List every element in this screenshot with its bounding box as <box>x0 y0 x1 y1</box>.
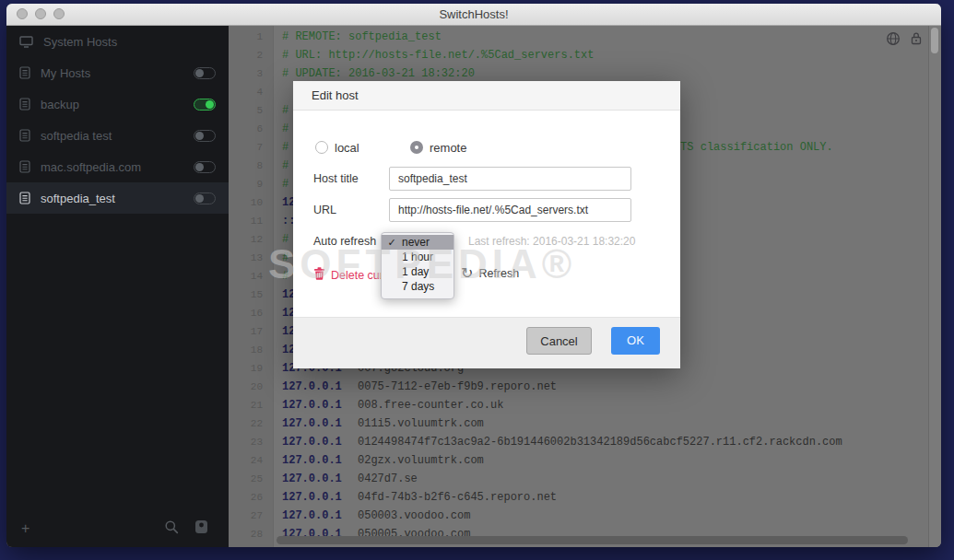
code-line: 27 127.0.0.1050003.voodoo.com <box>229 507 929 525</box>
sidebar-item-label: My Hosts <box>41 66 90 80</box>
line-text <box>273 83 282 101</box>
toggle-knob <box>195 194 204 203</box>
line-text: # <box>273 267 289 286</box>
line-number: 20 <box>229 378 273 396</box>
refresh-button[interactable]: ↻ Refresh <box>461 267 519 280</box>
host-title-input[interactable] <box>389 167 631 191</box>
url-input[interactable] <box>389 198 631 222</box>
line-text: 127.0.0.1008.free-counter.co.uk <box>273 396 503 414</box>
hosts-file-icon <box>19 160 30 173</box>
sidebar-item[interactable]: backup <box>6 88 229 120</box>
edit-host-dialog: Edit host local remote Host title URL Au… <box>293 81 680 368</box>
refresh-label: Refresh <box>478 267 519 280</box>
auto-refresh-label: Auto refresh <box>313 235 376 248</box>
line-number: 16 <box>229 304 273 322</box>
radio-circle-remote[interactable] <box>410 141 423 154</box>
sidebar-item[interactable]: mac.softpedia.com <box>6 151 229 182</box>
line-number: 2 <box>229 46 273 64</box>
line-text: # <box>273 230 289 249</box>
horizontal-scrollbar-thumb[interactable] <box>277 536 908 544</box>
sidebar-item[interactable]: System Hosts <box>6 26 229 57</box>
ip-value: 127.0.0.1 <box>282 433 358 451</box>
lock-icon[interactable] <box>910 31 923 51</box>
cancel-button[interactable]: Cancel <box>526 327 592 355</box>
host-toggle[interactable] <box>194 192 216 204</box>
line-number: 5 <box>229 101 273 120</box>
dropdown-option[interactable]: ✓ never <box>382 235 453 250</box>
code-line: 22 127.0.0.1011i5.voluumtrk.com <box>229 414 929 433</box>
ip-value: 127.0.0.1 <box>282 414 358 433</box>
zoom-button[interactable] <box>53 8 65 19</box>
radio-local[interactable]: local <box>315 140 359 155</box>
line-number: 22 <box>229 414 273 433</box>
vertical-scrollbar-track[interactable] <box>928 26 941 547</box>
hosts-file-icon <box>19 66 30 79</box>
radio-remote[interactable]: remote <box>410 140 466 155</box>
sidebar-item[interactable]: My Hosts <box>6 57 229 88</box>
traffic-lights <box>17 8 65 19</box>
dropdown-option-label: 1 day <box>402 265 429 278</box>
check-icon: ✓ <box>382 237 402 249</box>
line-number: 3 <box>229 64 273 83</box>
dropdown-option-label: 1 hour <box>402 251 433 263</box>
line-number: 8 <box>229 157 273 175</box>
ip-value: 127.0.0.1 <box>282 378 358 396</box>
host-toggle[interactable] <box>194 161 216 173</box>
sidebar-item-label: softpedia test <box>41 129 112 143</box>
line-text: # URL: http://hosts-file.net/.%5Cad_serv… <box>273 46 594 64</box>
dropdown-option[interactable]: 1 day <box>382 264 453 279</box>
toggle-knob <box>195 163 204 171</box>
line-text: 127.0.0.104fd-74b3-b2f6-c645.reporo.net <box>273 488 557 507</box>
code-line: 3 # UPDATE: 2016-03-21 18:32:20 <box>229 64 929 83</box>
add-host-button[interactable]: + <box>21 521 29 536</box>
switch-mode-icon[interactable] <box>194 519 208 538</box>
close-button[interactable] <box>17 8 28 19</box>
sidebar: System Hosts My Hosts backup softpedia t… <box>6 26 229 547</box>
line-number: 4 <box>229 83 273 101</box>
hostname-value: 0124498474f7c13ac9a2-6b191446002b3134218… <box>358 436 842 449</box>
vertical-scrollbar-thumb[interactable] <box>931 28 938 53</box>
host-toggle[interactable] <box>194 99 216 111</box>
code-line: 2 # URL: http://hosts-file.net/.%5Cad_se… <box>229 46 929 64</box>
dialog-footer: Cancel OK <box>293 317 680 368</box>
ok-button[interactable]: OK <box>611 327 660 355</box>
minimize-button[interactable] <box>35 8 46 19</box>
toggle-knob <box>206 100 214 109</box>
sidebar-item[interactable]: softpedia test <box>6 120 229 151</box>
code-line: 20 127.0.0.10075-7112-e7eb-f9b9.reporo.n… <box>229 378 929 396</box>
dialog-title: Edit host <box>293 81 680 111</box>
line-text: # UPDATE: 2016-03-21 18:32:20 <box>273 64 475 83</box>
hosts-file-icon <box>19 192 30 204</box>
globe-icon[interactable] <box>886 31 901 51</box>
line-text: 127.0.0.10427d7.se <box>273 470 418 488</box>
line-text: 127.0.0.1050003.voodoo.com <box>273 507 470 525</box>
sidebar-item-label: System Hosts <box>43 35 117 49</box>
line-number: 19 <box>229 359 273 378</box>
hostname-value: 02gzx.voluumtrk.com <box>358 454 484 467</box>
line-number: 27 <box>229 507 273 525</box>
dropdown-option[interactable]: 1 hour <box>382 250 453 264</box>
sidebar-item-label: mac.softpedia.com <box>41 160 141 174</box>
line-text: 127.0.0.102gzx.voluumtrk.com <box>273 451 484 470</box>
line-number: 29 <box>229 543 273 547</box>
host-toggle[interactable] <box>194 67 216 79</box>
radio-local-label: local <box>335 141 359 155</box>
line-number: 7 <box>229 138 273 157</box>
sidebar-item-label: softpedia_test <box>41 192 115 205</box>
host-title-label: Host title <box>313 172 359 185</box>
ip-value: 127.0.0.1 <box>282 396 358 414</box>
dropdown-option[interactable]: 7 days <box>382 279 453 294</box>
line-text: # REMOTE: softpedia_test <box>273 28 442 46</box>
line-number: 21 <box>229 396 273 414</box>
line-number: 15 <box>229 286 273 304</box>
host-toggle[interactable] <box>194 130 216 142</box>
search-icon[interactable] <box>164 519 179 538</box>
window-title: SwitchHosts! <box>6 7 941 21</box>
hostname-value: 050003.voodoo.com <box>358 509 470 522</box>
trash-icon <box>313 267 325 283</box>
line-number: 10 <box>229 193 273 212</box>
sidebar-item[interactable]: softpedia_test <box>6 182 229 214</box>
line-number: 13 <box>229 249 273 267</box>
hostname-value: 04fd-74b3-b2f6-c645.reporo.net <box>358 491 557 504</box>
radio-circle-local[interactable] <box>315 141 328 154</box>
